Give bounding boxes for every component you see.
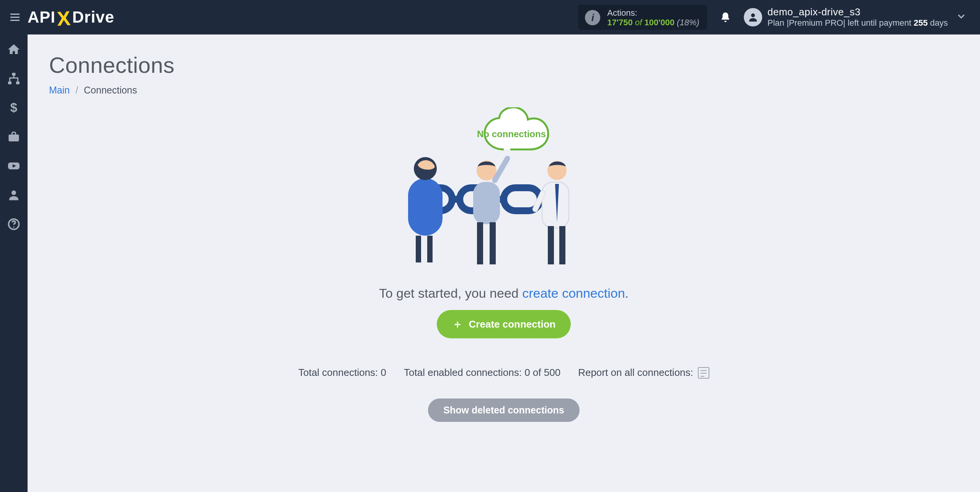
create-connection-link[interactable]: create connection xyxy=(522,286,625,300)
page-title: Connections xyxy=(49,52,959,78)
sidebar-item-video[interactable] xyxy=(5,157,23,175)
cloud-text: No connections xyxy=(477,129,546,139)
plus-icon: ＋ xyxy=(452,317,463,331)
sidebar-item-home[interactable] xyxy=(5,41,23,58)
brand-post: Drive xyxy=(72,8,114,26)
empty-state-text: To get started, you need create connecti… xyxy=(379,286,629,301)
account-name: demo_apix-drive_s3 xyxy=(768,6,948,18)
main-content: Connections Main / Connections No connec… xyxy=(28,34,980,492)
sidebar-item-profile[interactable] xyxy=(5,186,23,204)
empty-state: No connections xyxy=(49,107,959,422)
account-plan: Plan |Premium PRO| left until payment 25… xyxy=(768,18,948,28)
menu-toggle-button[interactable] xyxy=(5,8,24,27)
brand-pre: API xyxy=(28,8,56,26)
top-bar: API X Drive i Actions: 17'750 of 100'000… xyxy=(0,0,980,34)
create-connection-label: Create connection xyxy=(469,318,556,330)
svg-text:$: $ xyxy=(10,101,17,115)
sidebar-item-connections[interactable] xyxy=(5,70,23,87)
breadcrumb-root[interactable]: Main xyxy=(49,85,70,95)
svg-point-3 xyxy=(751,13,755,17)
account-avatar[interactable] xyxy=(744,8,762,26)
document-icon[interactable] xyxy=(698,367,709,379)
svg-rect-23 xyxy=(473,182,500,224)
breadcrumb-current: Connections xyxy=(84,85,137,95)
svg-rect-4 xyxy=(12,73,16,76)
stat-enabled: Total enabled connections: 0 of 500 xyxy=(404,367,560,379)
svg-point-13 xyxy=(13,226,14,228)
empty-illustration: No connections xyxy=(385,107,622,276)
svg-point-11 xyxy=(11,190,16,195)
svg-rect-32 xyxy=(548,226,554,264)
actions-usage-pill[interactable]: i Actions: 17'750 of 100'000 (18%) xyxy=(578,5,707,30)
svg-rect-26 xyxy=(477,222,483,264)
breadcrumb: Main / Connections xyxy=(49,85,959,96)
account-info[interactable]: demo_apix-drive_s3 Plan |Premium PRO| le… xyxy=(768,6,948,28)
svg-rect-27 xyxy=(490,222,496,264)
notifications-button[interactable] xyxy=(714,6,737,29)
info-icon: i xyxy=(585,10,600,25)
brand-x: X xyxy=(56,7,71,30)
svg-rect-21 xyxy=(416,236,421,262)
show-deleted-button[interactable]: Show deleted connections xyxy=(428,399,579,422)
brand-logo[interactable]: API X Drive xyxy=(28,7,114,28)
svg-rect-19 xyxy=(408,178,443,236)
account-dropdown-toggle[interactable] xyxy=(948,11,975,24)
stats-row: Total connections: 0 Total enabled conne… xyxy=(298,367,709,379)
sidebar-item-help[interactable] xyxy=(5,215,23,233)
svg-rect-5 xyxy=(8,82,11,85)
actions-usage-text: Actions: 17'750 of 100'000 (18%) xyxy=(607,8,699,28)
sidebar-item-briefcase[interactable] xyxy=(5,128,23,146)
stat-total: Total connections: 0 xyxy=(298,367,386,379)
breadcrumb-sep: / xyxy=(75,85,78,95)
svg-rect-22 xyxy=(427,236,433,262)
svg-rect-33 xyxy=(559,226,565,264)
svg-rect-8 xyxy=(9,134,19,141)
sidebar: $ xyxy=(0,34,28,492)
create-connection-button[interactable]: ＋ Create connection xyxy=(437,310,571,338)
svg-rect-6 xyxy=(16,82,20,85)
sidebar-item-billing[interactable]: $ xyxy=(5,99,23,116)
stat-report: Report on all connections: xyxy=(578,367,709,379)
